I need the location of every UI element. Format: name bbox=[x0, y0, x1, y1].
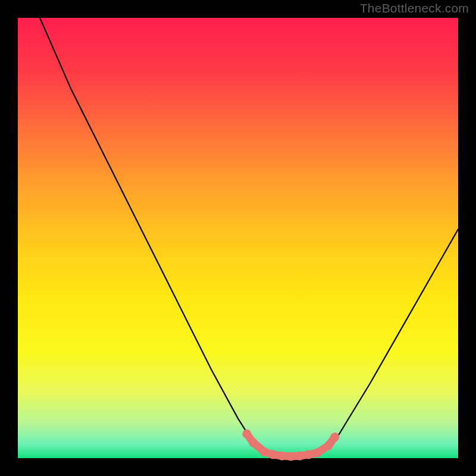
optimal-dot bbox=[295, 452, 304, 461]
chart-frame: TheBottleneck.com bbox=[0, 0, 476, 476]
watermark-label: TheBottleneck.com bbox=[360, 1, 469, 15]
optimal-dot bbox=[313, 449, 322, 458]
optimal-dot bbox=[269, 450, 278, 459]
optimal-dot bbox=[260, 447, 269, 456]
optimal-dot bbox=[278, 452, 287, 461]
optimal-dot bbox=[249, 439, 258, 447]
plot-background bbox=[18, 18, 458, 458]
optimal-dot bbox=[304, 450, 313, 459]
optimal-dot bbox=[330, 433, 339, 441]
optimal-dot bbox=[286, 452, 295, 461]
optimal-dot bbox=[242, 430, 251, 439]
optimal-dot bbox=[324, 441, 333, 450]
chart-svg bbox=[0, 0, 476, 476]
